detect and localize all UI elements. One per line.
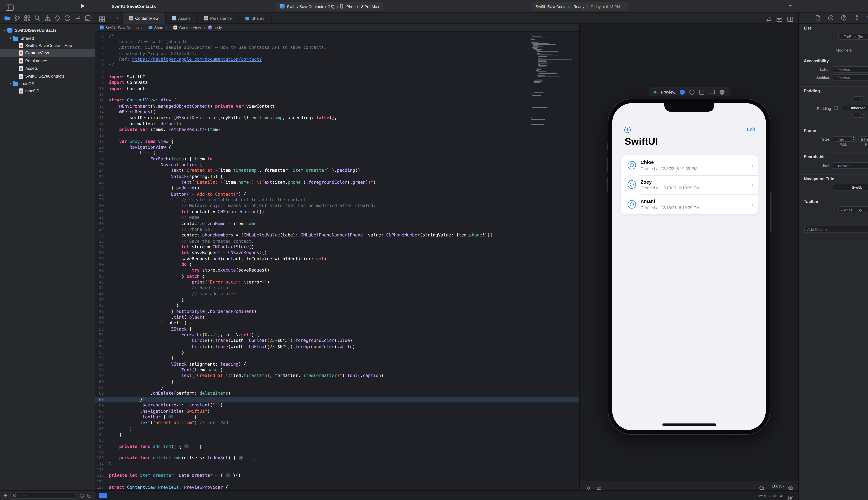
zoom-in-icon[interactable] bbox=[788, 483, 794, 490]
code-line-50[interactable]: 50 } label: { bbox=[95, 320, 580, 326]
code-line-62[interactable]: 62 .onDelete(perform: deleteItems) bbox=[95, 391, 580, 397]
zoom-out-icon[interactable] bbox=[759, 483, 765, 490]
code-line-16[interactable]: 16 animation: .default) bbox=[95, 121, 580, 127]
code-line-57[interactable]: 57 VStack (alignment:.leading) { bbox=[95, 362, 580, 367]
code-line-29[interactable]: 29 // Create a mutable object to add to … bbox=[95, 197, 580, 203]
contact-row-amani[interactable]: AmaniCreated at 12/18/21, 6:19:39 PM› bbox=[621, 194, 758, 214]
code-line-20[interactable]: 20 NavigationView { bbox=[95, 145, 580, 150]
code-line-17[interactable]: 17 private var items: FetchedResults<Ite… bbox=[95, 127, 580, 133]
navigator-item-persistence[interactable]: Persistence bbox=[0, 57, 95, 65]
code-line-51[interactable]: 51 ZStack { bbox=[95, 326, 580, 332]
code-line-2[interactable]: 2 ContentView.swift (Shared) bbox=[95, 39, 580, 45]
padding-bottom-stepper[interactable] bbox=[852, 113, 866, 118]
symbol-navigator-icon[interactable] bbox=[24, 14, 31, 22]
code-line-46[interactable]: 46 } bbox=[95, 297, 580, 303]
code-fold-pill[interactable]: ⋯ bbox=[184, 444, 189, 448]
add-file-button[interactable]: + bbox=[4, 493, 7, 498]
code-line-80[interactable]: 80 Text("Select an item") // For iPad bbox=[95, 420, 580, 426]
code-line-39[interactable]: 39 saveRequest.add(contact, toContainerW… bbox=[95, 256, 580, 262]
padding-top-stepper[interactable] bbox=[852, 96, 866, 101]
contact-row-chloe[interactable]: ChloeCreated at 12/8/23, 6:19:39 PM› bbox=[621, 155, 758, 175]
file-inspector-icon[interactable] bbox=[814, 13, 821, 23]
code-line-99[interactable]: 99 bbox=[95, 450, 580, 455]
zoom-level[interactable]: 100% ▾ bbox=[772, 484, 785, 488]
code-line-11[interactable]: 11 bbox=[95, 92, 580, 98]
accessibility-label-field[interactable]: Inherited bbox=[833, 66, 868, 72]
code-line-34[interactable]: 34 // Phone No. bbox=[95, 227, 580, 232]
code-line-31[interactable]: 31 let contact = CNMutableContact() bbox=[95, 209, 580, 215]
toolbar-content-value[interactable]: { #if os(iOS)-… bbox=[838, 206, 868, 213]
navigator-item-contentview[interactable]: ContentView bbox=[0, 49, 95, 57]
code-line-49[interactable]: 49 .tint(.black) bbox=[95, 315, 580, 320]
contact-row-zoey[interactable]: ZoeyCreated at 12/13/22, 6:19:39 PM› bbox=[621, 175, 758, 194]
code-line-123[interactable]: 123struct ContentView_Previews: PreviewP… bbox=[95, 485, 580, 490]
tab-contentview[interactable]: ContentView bbox=[122, 12, 165, 24]
editor-swap-icon[interactable] bbox=[765, 15, 772, 25]
code-line-81[interactable]: 81 } bbox=[95, 426, 580, 432]
navigator-item-swiftuisavecontacts[interactable]: SwiftUISaveContacts bbox=[0, 72, 95, 80]
scheme-selector[interactable]: SwiftUISaveContacts (iOS) ⟩ iPhone 13 Pr… bbox=[276, 2, 383, 10]
code-line-52[interactable]: 52 ForEach((0...2), id: \.self) { bbox=[95, 332, 580, 338]
edit-button[interactable]: Edit bbox=[747, 126, 755, 132]
pin-preview-icon[interactable] bbox=[585, 483, 591, 490]
code-line-65[interactable]: 65 .navigationTitle("SwiftUI") bbox=[95, 409, 580, 414]
code-line-47[interactable]: 47 } bbox=[95, 303, 580, 309]
add-contact-button[interactable] bbox=[624, 125, 631, 136]
code-line-9[interactable]: 9import CoreData bbox=[95, 80, 580, 86]
editor-settings-icon[interactable] bbox=[788, 493, 794, 500]
code-line-37[interactable]: 37 let store = CNContactStore() bbox=[95, 244, 580, 250]
code-line-60[interactable]: 60 } bbox=[95, 379, 580, 385]
code-line-3[interactable]: 3 Abstract: SwiftUI sample #2022Winter —… bbox=[95, 45, 580, 51]
navigate-back-icon[interactable]: ‹ bbox=[110, 15, 112, 21]
code-line-28[interactable]: 28 Button("+ Add to Contacts") { bbox=[95, 192, 580, 197]
navigation-title-field[interactable]: SwiftUI bbox=[833, 184, 868, 191]
disclosure-icon[interactable]: ▾ bbox=[8, 36, 13, 40]
accessibility-inspector-icon[interactable] bbox=[854, 13, 860, 23]
code-line-22[interactable]: 22 ForEach(items) { item in bbox=[95, 156, 580, 162]
code-line-64[interactable]: 64 .searchable(text: .constant("")) bbox=[95, 402, 580, 409]
source-control-navigator-icon[interactable] bbox=[13, 14, 21, 22]
code-fold-pill[interactable]: ⋯ bbox=[168, 415, 173, 419]
navigator-item-macos[interactable]: ▾macOS bbox=[0, 80, 95, 88]
disclosure-icon[interactable]: ▾ bbox=[2, 29, 7, 32]
code-line-12[interactable]: 12struct ContentView: View { bbox=[95, 98, 580, 104]
padding-value-dropdown[interactable]: Inherited bbox=[842, 105, 868, 111]
code-line-42[interactable]: 42 } catch { bbox=[95, 274, 580, 280]
code-line-23[interactable]: 23 NavigationLink { bbox=[95, 162, 580, 168]
code-line-122[interactable]: 122 bbox=[95, 479, 580, 485]
code-fold-pill[interactable]: ⋯ bbox=[226, 474, 230, 477]
code-line-24[interactable]: 24 Text("Created at \(item.timestamp!, f… bbox=[95, 168, 580, 174]
accessibility-identifier-field[interactable]: Inherited bbox=[833, 74, 868, 81]
navigator-item-shared[interactable]: ▾Shared bbox=[0, 34, 95, 42]
add-modifier-field[interactable]: Add Modifier bbox=[804, 226, 868, 233]
navigator-item-swiftuisavecontactsapp[interactable]: SwiftUISaveContactsApp bbox=[0, 42, 95, 49]
code-line-61[interactable]: 61 } bbox=[95, 385, 580, 391]
code-line-27[interactable]: 27 }.padding() bbox=[95, 185, 580, 192]
code-line-8[interactable]: 8import SwiftUI bbox=[95, 74, 580, 80]
environment-overrides-icon[interactable] bbox=[689, 89, 695, 94]
code-line-40[interactable]: 40 do { bbox=[95, 262, 580, 268]
frame-width-stepper[interactable]: Inher… bbox=[833, 136, 856, 142]
disclosure-icon[interactable]: ▾ bbox=[8, 82, 13, 86]
canvas-settings-icon[interactable] bbox=[596, 483, 602, 490]
code-line-100[interactable]: 100 private func deleteItems(offsets: In… bbox=[95, 455, 580, 461]
code-line-115[interactable]: 115 bbox=[95, 467, 580, 473]
code-line-83[interactable]: 83 bbox=[95, 438, 580, 444]
code-line-18[interactable]: 18 bbox=[95, 133, 580, 139]
report-navigator-icon[interactable] bbox=[84, 14, 91, 22]
navigator-item-macos[interactable]: macOS bbox=[0, 87, 95, 95]
breadcrumb-contentview[interactable]: ContentView bbox=[173, 25, 201, 30]
code-line-5[interactable]: 5 Ref: https://developer.apple.com/docum… bbox=[95, 57, 580, 62]
breadcrumb-shared[interactable]: Shared bbox=[149, 25, 167, 30]
related-items-icon[interactable] bbox=[99, 15, 105, 25]
code-line-59[interactable]: 59 Text("Created at \(item.timestamp!, f… bbox=[95, 373, 580, 379]
code-line-7[interactable]: 7 bbox=[95, 68, 580, 74]
code-line-4[interactable]: 4 Created by Ming on 18/12/2021. bbox=[95, 51, 580, 57]
filter-field[interactable]: Filter bbox=[10, 492, 77, 499]
project-navigator-icon[interactable] bbox=[3, 14, 11, 22]
preview-on-device-icon[interactable] bbox=[709, 90, 715, 94]
breakpoint-navigator-icon[interactable] bbox=[74, 14, 81, 22]
code-line-26[interactable]: 26 Text("Details: \(item.name!) \(Text(i… bbox=[95, 180, 580, 185]
code-line-41[interactable]: 41 try store.execute(saveRequest) bbox=[95, 268, 580, 274]
source-editor[interactable]: 1/*2 ContentView.swift (Shared)3 Abstrac… bbox=[95, 32, 580, 490]
